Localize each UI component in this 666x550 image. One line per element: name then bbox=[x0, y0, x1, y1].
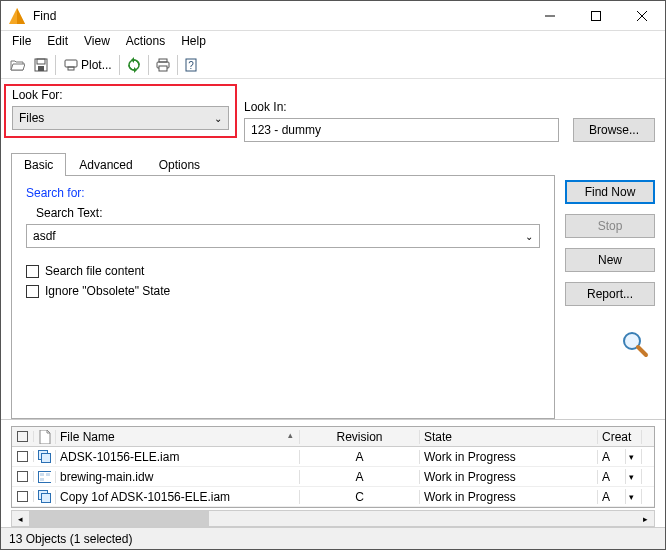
horizontal-scrollbar[interactable]: ◂ ▸ bbox=[11, 510, 655, 527]
look-for-highlight: Look For: Files ⌄ bbox=[4, 84, 237, 138]
menu-file[interactable]: File bbox=[5, 32, 38, 50]
report-button[interactable]: Report... bbox=[565, 282, 655, 306]
chevron-down-icon[interactable]: ▾ bbox=[625, 469, 637, 484]
look-in-field[interactable]: 123 - dummy bbox=[244, 118, 559, 142]
menu-help[interactable]: Help bbox=[174, 32, 213, 50]
column-icon[interactable] bbox=[34, 430, 56, 444]
ignore-obsolete-checkbox[interactable]: Ignore "Obsolete" State bbox=[26, 284, 540, 298]
menubar: File Edit View Actions Help bbox=[1, 31, 665, 51]
results: File Name▴ Revision State Creat ADSK-101… bbox=[1, 419, 665, 527]
table-row[interactable]: brewing-main.idw A Work in Progress A▾ bbox=[12, 467, 654, 487]
column-created[interactable]: Creat bbox=[598, 430, 642, 444]
svg-rect-7 bbox=[65, 60, 77, 67]
look-for-dropdown[interactable]: Files ⌄ bbox=[12, 106, 229, 130]
assembly-icon bbox=[38, 490, 51, 504]
stop-button[interactable]: Stop bbox=[565, 214, 655, 238]
chevron-down-icon: ⌄ bbox=[214, 113, 222, 124]
checkbox-icon bbox=[26, 285, 39, 298]
drawing-icon bbox=[34, 471, 56, 483]
toolbar: Plot... ? bbox=[1, 51, 665, 79]
maximize-button[interactable] bbox=[573, 1, 619, 31]
svg-text:?: ? bbox=[188, 60, 194, 71]
titlebar: Find bbox=[1, 1, 665, 31]
body: Basic Advanced Options Search for: Searc… bbox=[1, 152, 665, 419]
tab-options[interactable]: Options bbox=[146, 153, 213, 176]
svg-line-15 bbox=[638, 347, 646, 355]
search-file-content-checkbox[interactable]: Search file content bbox=[26, 264, 540, 278]
look-in-value: 123 - dummy bbox=[251, 123, 321, 137]
look-for-value: Files bbox=[19, 111, 44, 125]
search-text-value: asdf bbox=[33, 229, 56, 243]
side-buttons: Find Now Stop New Report... bbox=[565, 152, 665, 419]
row-checkbox[interactable] bbox=[17, 491, 28, 502]
print-icon[interactable] bbox=[151, 53, 175, 77]
column-state[interactable]: State bbox=[420, 430, 598, 444]
plot-button[interactable]: Plot... bbox=[58, 53, 117, 77]
tab-basic[interactable]: Basic bbox=[11, 153, 66, 176]
scroll-right-icon[interactable]: ▸ bbox=[637, 511, 654, 526]
svg-rect-17 bbox=[40, 473, 44, 476]
table-row[interactable]: ADSK-10156-ELE.iam A Work in Progress A▾ bbox=[12, 447, 654, 467]
minimize-button[interactable] bbox=[527, 1, 573, 31]
chevron-down-icon[interactable]: ▾ bbox=[625, 449, 637, 464]
column-file-name[interactable]: File Name▴ bbox=[56, 430, 300, 444]
scroll-left-icon[interactable]: ◂ bbox=[12, 511, 29, 526]
search-text-input[interactable]: asdf ⌄ bbox=[26, 224, 540, 248]
svg-rect-19 bbox=[40, 478, 44, 481]
find-now-button[interactable]: Find Now bbox=[565, 180, 655, 204]
search-file-content-label: Search file content bbox=[45, 264, 144, 278]
save-icon[interactable] bbox=[29, 53, 53, 77]
tab-panel-basic: Search for: Search Text: asdf ⌄ Search f… bbox=[11, 176, 555, 419]
search-text-label: Search Text: bbox=[36, 206, 540, 220]
svg-rect-18 bbox=[46, 473, 50, 476]
row-checkbox[interactable] bbox=[17, 451, 28, 462]
menu-edit[interactable]: Edit bbox=[40, 32, 75, 50]
find-window: Find File Edit View Actions Help Plot...… bbox=[0, 0, 666, 550]
search-for-heading: Search for: bbox=[26, 186, 540, 200]
svg-rect-11 bbox=[159, 66, 167, 71]
close-button[interactable] bbox=[619, 1, 665, 31]
menu-view[interactable]: View bbox=[77, 32, 117, 50]
tab-advanced[interactable]: Advanced bbox=[66, 153, 145, 176]
new-button[interactable]: New bbox=[565, 248, 655, 272]
help-icon[interactable]: ? bbox=[180, 53, 204, 77]
plot-label: Plot... bbox=[79, 58, 112, 72]
menu-actions[interactable]: Actions bbox=[119, 32, 172, 50]
look-for-label: Look For: bbox=[12, 88, 229, 102]
svg-rect-1 bbox=[592, 11, 601, 20]
svg-rect-10 bbox=[159, 59, 167, 62]
status-text: 13 Objects (1 selected) bbox=[9, 532, 132, 546]
ignore-obsolete-label: Ignore "Obsolete" State bbox=[45, 284, 170, 298]
column-revision[interactable]: Revision bbox=[300, 430, 420, 444]
column-checkbox[interactable] bbox=[12, 431, 34, 442]
browse-button[interactable]: Browse... bbox=[573, 118, 655, 142]
refresh-icon[interactable] bbox=[122, 53, 146, 77]
assembly-icon bbox=[38, 450, 51, 464]
checkbox-icon bbox=[26, 265, 39, 278]
chevron-down-icon[interactable]: ▾ bbox=[625, 489, 637, 504]
statusbar: 13 Objects (1 selected) bbox=[1, 527, 665, 549]
search-icon bbox=[621, 330, 649, 358]
svg-rect-6 bbox=[38, 66, 44, 71]
svg-rect-8 bbox=[68, 67, 74, 70]
results-header: File Name▴ Revision State Creat bbox=[12, 427, 654, 447]
look-section: Look For: Files ⌄ Look In: 123 - dummy B… bbox=[1, 79, 665, 152]
svg-rect-5 bbox=[37, 59, 45, 64]
chevron-down-icon: ⌄ bbox=[525, 231, 533, 242]
table-row[interactable]: Copy 1of ADSK-10156-ELE.iam C Work in Pr… bbox=[12, 487, 654, 507]
window-title: Find bbox=[33, 9, 527, 23]
row-checkbox[interactable] bbox=[17, 471, 28, 482]
document-icon bbox=[39, 430, 51, 444]
open-icon[interactable] bbox=[5, 53, 29, 77]
app-icon bbox=[9, 8, 25, 24]
tabstrip: Basic Advanced Options bbox=[11, 152, 555, 176]
look-in-label: Look In: bbox=[244, 100, 559, 114]
scroll-thumb[interactable] bbox=[29, 511, 209, 526]
